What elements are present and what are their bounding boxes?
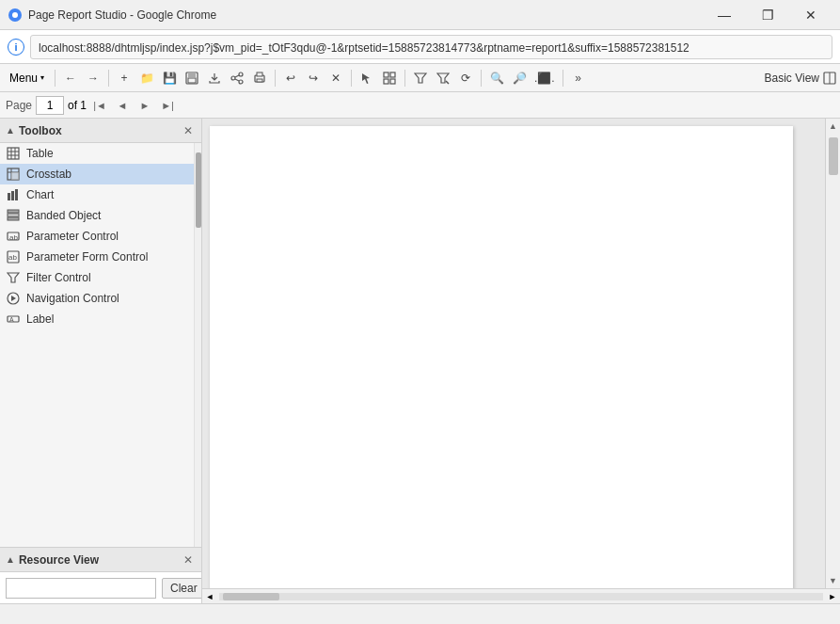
vertical-scrollbar[interactable]: ▲ ▼ (825, 119, 840, 588)
clear-button[interactable]: Clear (162, 578, 202, 599)
toolbox-item-crosstab[interactable]: Crosstab (0, 164, 194, 184)
toolbox-item-filter[interactable]: Filter Control (0, 267, 194, 288)
svg-marker-40 (11, 296, 16, 301)
svg-rect-4 (188, 78, 196, 83)
share-icon (230, 72, 244, 85)
filter-button[interactable] (410, 68, 431, 88)
banded-icon (6, 208, 21, 223)
url-bar[interactable]: localhost:8888/dhtmljsp/index.jsp?j$vm_p… (30, 35, 832, 59)
sep-3 (275, 70, 276, 87)
table-icon (6, 146, 21, 161)
toolbox-item-banded[interactable]: Banded Object (0, 205, 194, 226)
toolbox-item-chart-label: Chart (26, 188, 54, 201)
new-button[interactable]: + (114, 68, 135, 88)
hscroll-thumb (223, 593, 279, 600)
basic-view-icon (823, 72, 836, 85)
titlebar-controls: — ❐ ✕ (703, 0, 832, 30)
forward-button[interactable]: → (83, 68, 103, 88)
resource-header[interactable]: ▲ Resource View ✕ (0, 548, 201, 572)
fit-button[interactable]: .⬛. (531, 68, 558, 88)
scroll-right-button[interactable]: ► (825, 589, 840, 604)
toolbox-list: Table Crosstab Chart (0, 143, 194, 547)
titlebar-title: Page Report Studio - Google Chrome (28, 8, 703, 22)
sep-7 (563, 70, 563, 87)
svg-point-5 (239, 72, 243, 76)
selectall-button[interactable] (379, 68, 400, 88)
chrome-icon (8, 8, 23, 23)
toolbox-scrollbar[interactable] (194, 143, 201, 547)
svg-rect-28 (11, 172, 19, 180)
zoom-in-button[interactable]: 🔍 (486, 68, 507, 88)
redo-button[interactable]: ↪ (303, 68, 324, 88)
first-page-button[interactable]: |◄ (90, 96, 109, 115)
toolbox-item-chart[interactable]: Chart (0, 184, 194, 205)
svg-rect-13 (384, 72, 388, 77)
resource-search-input[interactable] (6, 578, 156, 599)
save-button[interactable]: 💾 (159, 68, 180, 88)
toolbox-item-nav[interactable]: Navigation Control (0, 288, 194, 309)
delete-button[interactable]: ✕ (325, 68, 346, 88)
toolbox-item-table[interactable]: Table (0, 143, 194, 164)
toolbox-section: ▲ Toolbox ✕ Table (0, 119, 201, 547)
titlebar: Page Report Studio - Google Chrome — ❐ ✕ (0, 0, 840, 30)
zoom-out-button[interactable]: 🔎 (509, 68, 530, 88)
more-button[interactable]: » (568, 68, 589, 88)
svg-rect-20 (8, 148, 19, 159)
page-input[interactable] (36, 96, 64, 115)
maximize-button[interactable]: ❐ (746, 0, 789, 30)
label-icon: A (6, 312, 21, 327)
basic-view-button[interactable]: Basic View (765, 72, 836, 85)
svg-rect-32 (8, 210, 19, 213)
saveas-button[interactable] (182, 68, 202, 88)
select-button[interactable] (357, 68, 377, 88)
back-button[interactable]: ← (60, 68, 81, 88)
toolbox-item-banded-label: Banded Object (26, 209, 101, 222)
svg-line-9 (235, 79, 239, 81)
resource-close-button[interactable]: ✕ (181, 552, 196, 568)
print-icon (253, 72, 266, 85)
svg-rect-15 (384, 79, 388, 84)
toolbox-header[interactable]: ▲ Toolbox ✕ (0, 119, 201, 143)
minimize-button[interactable]: — (703, 0, 746, 30)
undo-button[interactable]: ↩ (280, 68, 301, 88)
sep-5 (404, 70, 405, 87)
toolbox-title: Toolbox (19, 124, 181, 137)
filter-icon (414, 72, 427, 85)
print-button[interactable] (249, 68, 270, 88)
svg-rect-16 (390, 79, 395, 84)
left-panel: ▲ Toolbox ✕ Table (0, 119, 202, 603)
toolbar-main: Menu ▾ ← → + 📁 💾 ↩ ↪ ✕ ⟳ 🔍 🔎 .⬛. » Basic… (0, 64, 840, 92)
toolbox-item-crosstab-label: Crosstab (26, 168, 71, 181)
close-button[interactable]: ✕ (789, 0, 832, 30)
last-page-button[interactable]: ►| (158, 96, 177, 115)
filter2-button[interactable] (433, 68, 453, 88)
param-form-icon: ab (6, 249, 21, 264)
canvas-page (210, 126, 793, 588)
canvas-scroll[interactable] (202, 119, 825, 588)
next-page-button[interactable]: ► (135, 96, 154, 115)
toolbox-item-param[interactable]: ab Parameter Control (0, 226, 194, 247)
export-button[interactable] (204, 68, 225, 88)
svg-point-6 (239, 80, 243, 84)
refresh-button[interactable]: ⟳ (455, 68, 476, 88)
filter-icon (6, 270, 21, 285)
sep-1 (55, 70, 55, 87)
toolbox-item-param-form[interactable]: ab Parameter Form Control (0, 247, 194, 267)
svg-line-17 (446, 81, 449, 84)
scroll-down-button[interactable]: ▼ (826, 573, 841, 588)
toolbox-close-button[interactable]: ✕ (181, 123, 196, 138)
prev-page-button[interactable]: ◄ (113, 96, 132, 115)
horizontal-scrollbar[interactable]: ◄ ► (202, 588, 840, 603)
toolbox-item-label[interactable]: A Label (0, 309, 194, 329)
open-button[interactable]: 📁 (136, 68, 157, 88)
menu-button[interactable]: Menu ▾ (4, 70, 50, 87)
share-button[interactable] (227, 68, 247, 88)
scroll-up-button[interactable]: ▲ (826, 119, 841, 134)
scroll-left-button[interactable]: ◄ (202, 589, 217, 604)
canvas-area: ▲ ▼ ◄ ► (202, 119, 840, 603)
saveas-icon (185, 72, 198, 85)
scroll-thumb (829, 137, 838, 175)
toolbox-item-nav-label: Navigation Control (26, 292, 119, 305)
svg-line-8 (235, 75, 239, 77)
pagebar: Page of 1 |◄ ◄ ► ►| (0, 92, 840, 119)
